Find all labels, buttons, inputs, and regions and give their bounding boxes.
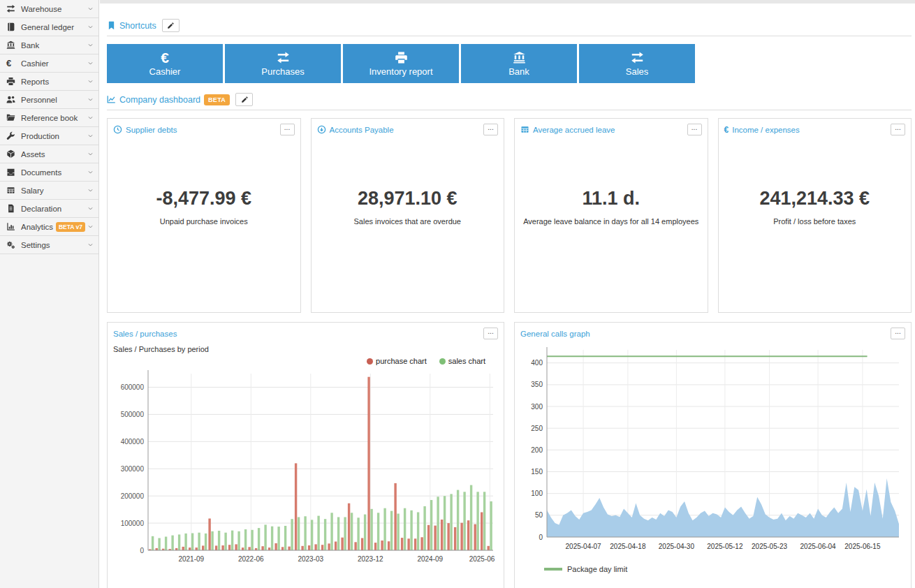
svg-text:150: 150 (531, 468, 543, 476)
sidebar-item-reports[interactable]: Reports (0, 73, 98, 91)
sidebar-item-label: Settings (21, 241, 87, 249)
kpi-subtitle: Profit / loss before taxes (719, 217, 912, 226)
sidebar-item-label: Declaration (21, 205, 87, 213)
line-chart-icon (107, 95, 116, 104)
svg-text:2023-12: 2023-12 (358, 555, 383, 563)
shortcut-purchases-button[interactable]: Purchases (225, 44, 341, 83)
chart-subtitle: Sales / Purchases by period (108, 343, 504, 353)
edit-dashboard-button[interactable] (235, 93, 253, 106)
general-calls-chart: 0501001502002503003504002025-04-072025-0… (515, 344, 911, 557)
svg-text:2021-09: 2021-09 (178, 555, 204, 563)
shortcuts-title[interactable]: Shortcuts (119, 21, 156, 31)
sidebar-item-cashier[interactable]: €Cashier (0, 54, 98, 73)
shortcut-buttons: €CashierPurchasesInventory reportBankSal… (107, 44, 912, 83)
sidebar-item-settings[interactable]: Settings (0, 236, 98, 254)
sidebar-item-reference-book[interactable]: Reference book (0, 109, 98, 127)
legend-item-purchase-chart: purchase chart (367, 357, 427, 365)
svg-text:0: 0 (539, 534, 543, 541)
sales-purchases-more-button[interactable]: ... (483, 328, 498, 339)
shortcut-cashier-button[interactable]: €Cashier (107, 44, 223, 83)
svg-text:2025-05-12: 2025-05-12 (707, 543, 743, 550)
kpi-value: -8,477.99 € (108, 188, 300, 210)
sidebar-item-salary[interactable]: Salary (0, 182, 98, 200)
sidebar-item-general-ledger[interactable]: General ledger (0, 18, 98, 36)
shortcut-inventory-report-button[interactable]: Inventory report (343, 44, 459, 83)
general-calls-more-button[interactable]: ... (891, 328, 905, 339)
cube-icon (6, 149, 19, 159)
sidebar-item-analytics[interactable]: AnalyticsBETA v7 (0, 218, 98, 236)
svg-text:400000: 400000 (121, 438, 145, 446)
card-title[interactable]: Average accrued leave (533, 126, 615, 134)
beta-badge: BETA v7 (56, 222, 85, 232)
bar-chart-icon (6, 222, 19, 231)
card-body: 11.1 d.Average leave balance in days for… (515, 139, 708, 226)
chevron-down-icon (87, 42, 94, 48)
sidebar-item-label: Bank (21, 41, 87, 50)
svg-text:600000: 600000 (121, 383, 145, 391)
shortcut-bank-button[interactable]: Bank (461, 44, 577, 83)
svg-text:400: 400 (531, 359, 543, 367)
card-title[interactable]: Accounts Payable (330, 126, 394, 134)
svg-text:350: 350 (531, 381, 543, 388)
card-body: 241,214.33 €Profit / loss before taxes (719, 139, 912, 226)
more-button[interactable]: ... (687, 124, 702, 135)
euro-icon: € (161, 51, 169, 65)
chevron-down-icon (87, 151, 94, 157)
circle-arrow-down-icon (317, 125, 326, 134)
card-title[interactable]: Supplier debts (126, 126, 177, 134)
euro-icon: € (6, 59, 19, 68)
svg-text:2025-04-07: 2025-04-07 (566, 543, 602, 550)
general-calls-title[interactable]: General calls graph (520, 330, 590, 338)
card-header: Sales / purchases ... (108, 323, 504, 343)
card-title[interactable]: Income / expenses (732, 126, 800, 134)
sidebar-item-declaration[interactable]: Declaration (0, 200, 98, 218)
charts-row: Sales / purchases ... Sales / Purchases … (107, 322, 912, 588)
svg-text:200000: 200000 (121, 492, 145, 500)
sidebar-item-label: Salary (21, 186, 87, 195)
chevron-down-icon (87, 78, 94, 84)
kpi-card-average-accrued-leave: Average accrued leave...11.1 d.Average l… (514, 118, 708, 313)
svg-text:2025-06-04: 2025-06-04 (800, 543, 837, 550)
svg-text:500000: 500000 (121, 411, 145, 418)
chevron-down-icon (87, 6, 94, 12)
swap-icon (630, 51, 645, 65)
more-button[interactable]: ... (891, 124, 905, 135)
beta-badge: BETA (204, 94, 230, 105)
kpi-cards: Supplier debts...-8,477.99 €Unpaid purch… (107, 118, 912, 313)
card-header: Supplier debts... (108, 119, 300, 139)
shortcut-label: Cashier (149, 66, 181, 77)
svg-text:2025-05-23: 2025-05-23 (752, 543, 788, 550)
kpi-value: 28,971.10 € (312, 188, 504, 210)
legend-dot (439, 358, 446, 365)
table-icon (6, 186, 19, 195)
limit-legend-label: Package day limit (567, 565, 627, 573)
sidebar-item-assets[interactable]: Assets (0, 145, 98, 163)
more-button[interactable]: ... (483, 124, 498, 135)
sidebar-item-label: Cashier (21, 59, 87, 68)
pencil-icon (167, 22, 174, 29)
sidebar-item-personnel[interactable]: Personnel (0, 91, 98, 109)
chevron-down-icon (87, 169, 94, 175)
users-icon (6, 95, 19, 104)
edit-shortcuts-button[interactable] (162, 19, 180, 32)
bank-icon (512, 51, 527, 65)
sidebar-item-bank[interactable]: Bank (0, 36, 98, 54)
kpi-card-supplier-debts: Supplier debts...-8,477.99 €Unpaid purch… (107, 118, 301, 313)
sales-purchases-title[interactable]: Sales / purchases (113, 330, 177, 338)
limit-legend: Package day limit (544, 565, 911, 573)
sidebar-item-documents[interactable]: Documents (0, 163, 98, 182)
sidebar-item-production[interactable]: Production (0, 127, 98, 145)
shortcut-sales-button[interactable]: Sales (579, 44, 695, 83)
sales-purchases-widget: Sales / purchases ... Sales / Purchases … (107, 322, 504, 588)
sidebar-item-label: Analytics (21, 223, 56, 231)
clock-icon (113, 125, 122, 134)
card-header: Average accrued leave... (515, 119, 708, 139)
gears-icon (6, 240, 19, 249)
svg-text:2025-04-18: 2025-04-18 (610, 543, 646, 550)
sidebar-item-warehouse[interactable]: Warehouse (0, 0, 98, 18)
book-icon (6, 22, 19, 31)
svg-text:100000: 100000 (121, 520, 145, 527)
dashboard-title[interactable]: Company dashboard (119, 95, 200, 105)
more-button[interactable]: ... (280, 124, 295, 135)
dashboard-header: Company dashboard BETA (107, 93, 912, 106)
